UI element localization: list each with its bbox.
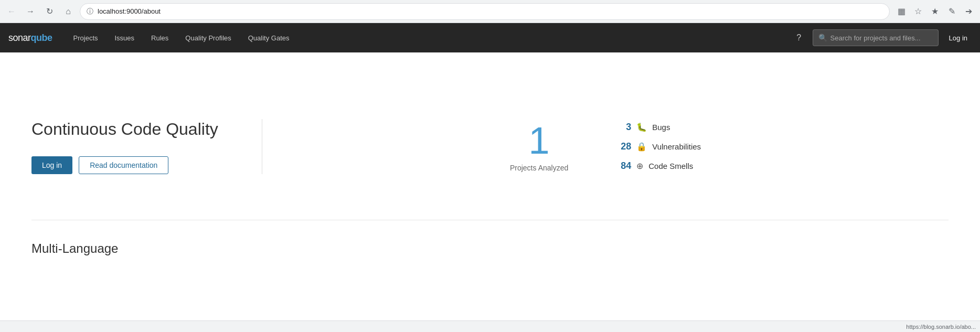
hero-title: Continuous Code Quality — [31, 119, 241, 139]
url-input[interactable] — [98, 7, 883, 15]
help-button[interactable]: ? — [792, 30, 806, 45]
sonar-logo-text: sonarqube — [8, 33, 52, 44]
bugs-stat-row: 3 🐛 Bugs — [610, 122, 701, 133]
login-link[interactable]: Log in — [945, 34, 972, 42]
codesmells-count: 84 — [610, 160, 631, 172]
codesmells-label: Code Smells — [648, 162, 693, 170]
reading-view-button[interactable]: ▦ — [894, 4, 909, 19]
projects-analyzed: 1 Projects Analyzed — [510, 122, 568, 172]
sonar-navbar: sonarqube Projects Issues Rules Quality … — [0, 23, 980, 52]
login-button[interactable]: Log in — [31, 156, 72, 174]
hero-buttons: Log in Read documentation — [31, 156, 241, 174]
nav-quality-gates[interactable]: Quality Gates — [240, 23, 298, 52]
nav-projects[interactable]: Projects — [65, 23, 106, 52]
nav-quality-profiles[interactable]: Quality Profiles — [177, 23, 239, 52]
nav-issues[interactable]: Issues — [106, 23, 143, 52]
annotate-button[interactable]: ✎ — [944, 4, 959, 19]
projects-count: 1 — [510, 122, 568, 159]
footer-title: Multi-Language — [31, 241, 949, 256]
collections-button[interactable]: ★ — [928, 4, 942, 19]
read-docs-button[interactable]: Read documentation — [79, 156, 168, 174]
browser-actions: ▦ ☆ ★ ✎ ➔ — [894, 4, 976, 19]
nav-rules[interactable]: Rules — [143, 23, 177, 52]
search-input[interactable] — [830, 34, 933, 42]
back-button[interactable]: ← — [4, 4, 19, 19]
share-button[interactable]: ➔ — [961, 4, 976, 19]
favorites-button[interactable]: ☆ — [911, 4, 925, 19]
nav-links: Projects Issues Rules Quality Profiles Q… — [65, 23, 792, 52]
search-box: 🔍 — [813, 29, 939, 46]
info-icon: ⓘ — [87, 7, 93, 16]
home-button[interactable]: ⌂ — [61, 4, 76, 19]
stats-list: 3 🐛 Bugs 28 🔒 Vulnerabilities 84 ⊕ Code … — [610, 122, 701, 172]
address-bar: ⓘ — [80, 3, 890, 20]
lock-icon: 🔒 — [636, 142, 647, 152]
codesmells-stat-row: 84 ⊕ Code Smells — [610, 160, 701, 172]
browser-chrome: ← → ↻ ⌂ ⓘ ▦ ☆ ★ ✎ ➔ — [0, 0, 980, 23]
codesmell-icon: ⊕ — [636, 161, 643, 171]
projects-label: Projects Analyzed — [510, 164, 568, 172]
nav-right: ? 🔍 Log in — [792, 29, 972, 46]
hero-stats: 1 Projects Analyzed 3 🐛 Bugs 28 🔒 Vulner… — [262, 122, 949, 172]
vulnerabilities-count: 28 — [610, 141, 631, 152]
main-content: Continuous Code Quality Log in Read docu… — [0, 52, 980, 298]
bug-icon: 🐛 — [636, 122, 647, 132]
sonar-logo[interactable]: sonarqube — [8, 33, 52, 44]
footer-section: Multi-Language — [31, 220, 949, 277]
reload-button[interactable]: ↻ — [42, 4, 57, 19]
bugs-count: 3 — [610, 122, 631, 133]
vulnerabilities-label: Vulnerabilities — [652, 142, 701, 151]
hero-left: Continuous Code Quality Log in Read docu… — [31, 119, 262, 174]
forward-button[interactable]: → — [23, 4, 38, 19]
search-icon: 🔍 — [818, 34, 827, 42]
hero-section: Continuous Code Quality Log in Read docu… — [31, 73, 949, 220]
vulnerabilities-stat-row: 28 🔒 Vulnerabilities — [610, 141, 701, 152]
bugs-label: Bugs — [652, 123, 670, 132]
